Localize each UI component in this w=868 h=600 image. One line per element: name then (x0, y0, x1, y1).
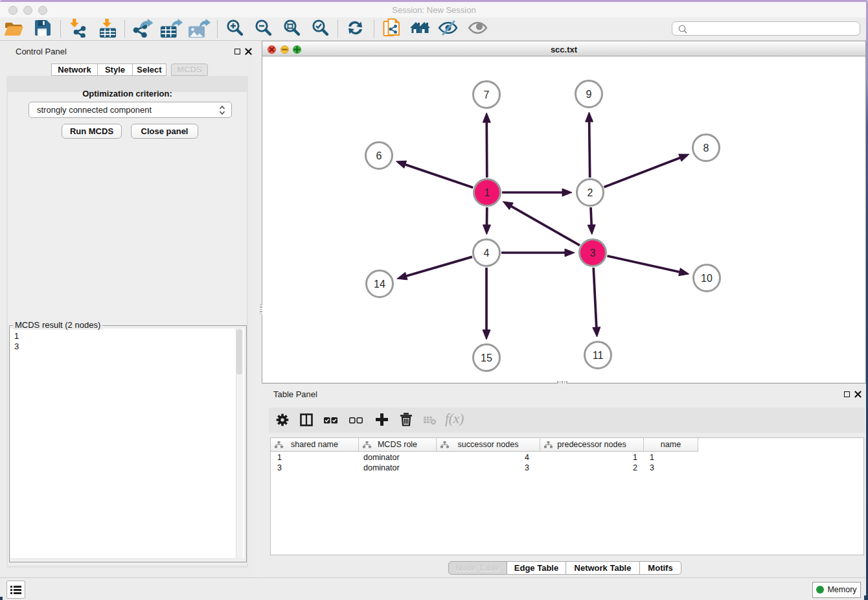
svg-text:6: 6 (376, 150, 382, 161)
svg-text:3: 3 (590, 248, 596, 259)
svg-text:15: 15 (481, 352, 492, 363)
svg-text:4: 4 (484, 248, 490, 259)
svg-text:9: 9 (586, 89, 592, 100)
svg-text:2: 2 (588, 187, 593, 198)
svg-text:1: 1 (485, 187, 490, 198)
svg-text:8: 8 (703, 143, 709, 154)
svg-text:10: 10 (701, 273, 713, 284)
svg-text:7: 7 (484, 89, 490, 100)
svg-text:14: 14 (374, 279, 385, 290)
svg-text:11: 11 (593, 350, 604, 361)
